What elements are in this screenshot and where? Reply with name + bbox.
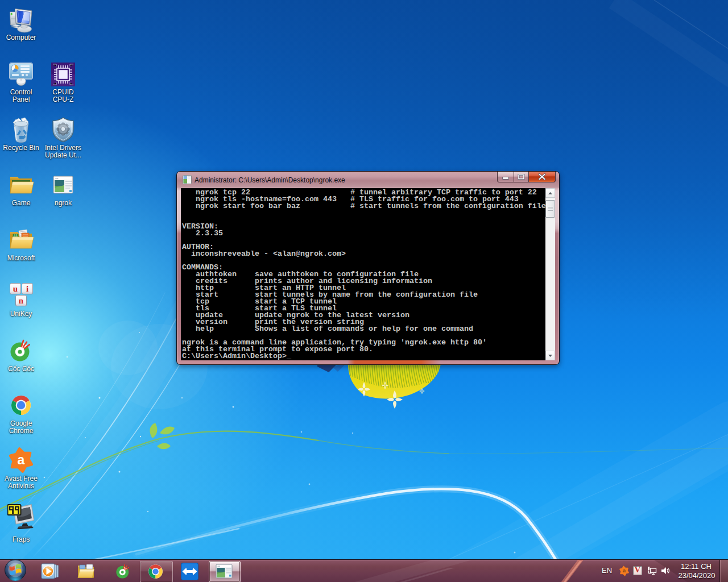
svg-text:a: a (623, 567, 626, 573)
svg-text:i: i (26, 284, 28, 293)
svg-text:a: a (18, 452, 25, 467)
svg-text:n: n (19, 296, 24, 305)
svg-text:u: u (13, 284, 18, 293)
